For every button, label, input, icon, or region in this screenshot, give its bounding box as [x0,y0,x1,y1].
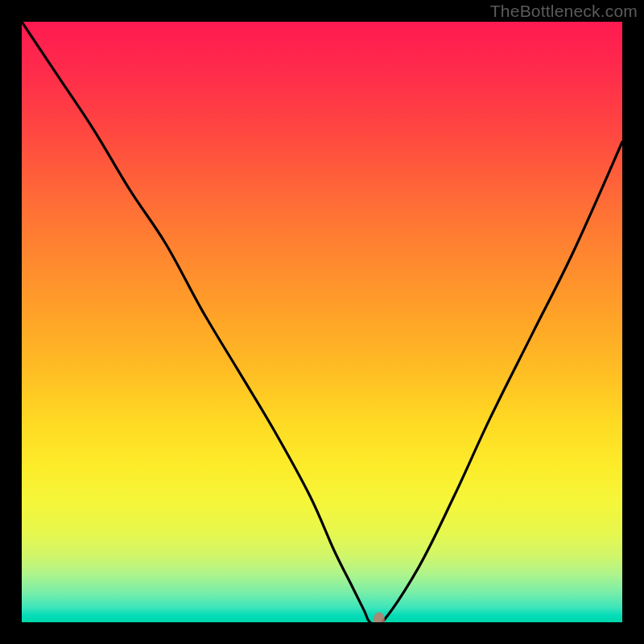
chart-frame: TheBottleneck.com [0,0,644,644]
bottleneck-curve [22,22,622,622]
chart-overlay [22,22,622,622]
chart-area [22,22,622,622]
watermark-text: TheBottleneck.com [490,2,638,21]
notch-marker [374,612,385,622]
